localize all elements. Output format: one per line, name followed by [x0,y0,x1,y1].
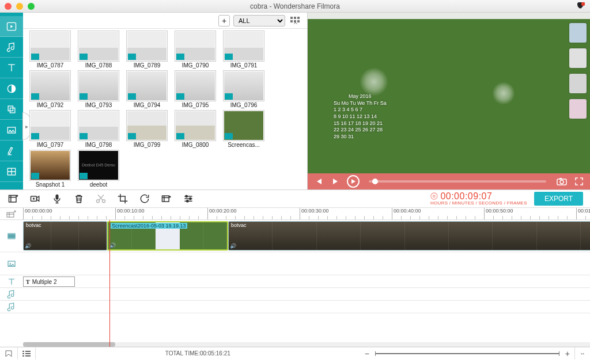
zoom-slider[interactable]: − + [360,349,574,358]
media-thumbnail[interactable]: Deebot D45 Demodeebot [75,150,122,188]
thumbnail-label: Screencas... [228,142,260,148]
thumbnail-label: IMG_0787 [37,62,64,69]
library-expander[interactable]: ▸ [22,112,31,140]
split-button[interactable] [94,192,107,205]
timeline-clip[interactable]: botvac 🔊 [228,221,590,251]
list-view-button[interactable] [18,347,36,359]
sidebar-highlight[interactable] [0,141,23,161]
media-thumbnail[interactable]: IMG_0790 [172,31,219,69]
thumbnail-label: IMG_0789 [134,62,161,69]
sidebar-split-screen[interactable] [0,161,23,182]
delete-button[interactable] [73,192,85,205]
thumbnail-label: deebot [90,181,108,188]
media-thumbnail[interactable]: IMG_0800 [172,111,219,148]
timeline-clip[interactable]: botvac 🔊 [23,221,107,251]
svg-rect-4 [8,106,13,111]
timecode-label: HOURS / MINUTES / SECONDS / FRAMES [430,201,527,206]
fit-zoom-button[interactable]: ↔ [574,347,590,359]
timeline-h-scrollbar[interactable] [23,342,590,347]
svg-rect-12 [290,20,293,22]
media-thumbnail[interactable]: Snapshot 1 [27,150,74,188]
svg-rect-5 [10,108,15,112]
library-filter-select[interactable]: ALL [233,15,285,26]
thumbnail-label: IMG_0796 [230,102,258,108]
media-thumbnail[interactable]: IMG_0797 [27,111,74,148]
media-thumbnail[interactable]: Screencas... [220,111,267,148]
window-zoom-button[interactable] [28,3,35,10]
text-track[interactable]: TMultiple 2 [0,275,590,288]
media-thumbnail[interactable]: IMG_0791 [220,31,267,69]
snapshot-button[interactable] [555,175,568,188]
svg-point-26 [186,195,187,197]
svg-marker-2 [10,25,13,28]
voiceover-button[interactable] [51,192,63,205]
play-button[interactable] [347,175,360,188]
audio-icon: 🔊 [109,242,116,248]
add-track-button[interactable] [0,208,23,219]
thumbnail-label: IMG_0798 [85,142,112,148]
media-thumbnail[interactable]: IMG_0794 [123,71,171,108]
overlay-track-icon [0,252,23,275]
svg-rect-39 [25,353,31,354]
media-thumbnail[interactable]: IMG_0788 [75,31,122,69]
video-track-icon [0,220,23,252]
music-track-icon [0,288,23,300]
media-thumbnail[interactable]: IMG_0796 [220,71,267,108]
overlay-track[interactable] [0,252,590,275]
media-thumbnail[interactable]: IMG_0795 [172,71,219,108]
crop-button[interactable] [116,192,129,205]
notification-icon[interactable] [576,2,585,11]
sidebar-filters[interactable] [0,78,23,99]
add-media-button[interactable] [7,192,20,205]
window-title: cobra - Wondershare Filmora [0,2,590,10]
window-minimize-button[interactable] [16,3,23,10]
fullscreen-button[interactable] [573,175,585,188]
timeline-ruler[interactable]: 00:00:00:0000:00:10:0000:00:20:0000:00:3… [23,208,590,219]
svg-point-34 [10,263,11,264]
calendar-title: May 2016 [334,93,387,100]
sidebar-elements[interactable] [0,120,23,141]
next-frame-button[interactable] [330,175,342,188]
title-clip[interactable]: TMultiple 2 [23,276,75,287]
music-track-1[interactable] [0,288,590,301]
window-titlebar: cobra - Wondershare Filmora [0,0,590,13]
adjust-button[interactable] [182,192,195,205]
seek-bar[interactable] [369,180,546,183]
media-thumbnail[interactable]: IMG_0789 [123,31,171,69]
media-thumbnail[interactable]: IMG_0798 [75,111,122,148]
media-thumbnail[interactable]: IMG_0793 [75,71,122,108]
playhead[interactable] [109,220,110,347]
prev-frame-button[interactable] [312,175,325,188]
grid-view-icon[interactable] [289,15,302,26]
media-thumbnail[interactable]: IMG_0792 [27,71,74,108]
text-track-icon [0,275,23,287]
svg-rect-18 [559,178,562,180]
timeline-clip-selected[interactable]: Screencast2016-05-03 19.19.13 🔊 [107,221,228,251]
import-button[interactable]: + [218,15,230,26]
sidebar-music[interactable] [0,37,23,58]
timecode-display: ⦾00:00:09:07 [430,192,527,201]
thumbnail-label: IMG_0799 [134,142,161,148]
video-track[interactable]: botvac 🔊 Screencast2016-05-03 19.19.13 🔊… [0,220,590,252]
svg-rect-38 [25,351,31,352]
sidebar-media[interactable] [0,16,23,37]
preview-viewport[interactable]: May 2016 Su Mo Tu We Th Fr Sa 1 2 3 4 5 … [308,13,590,173]
rotate-button[interactable] [138,192,151,205]
speed-button[interactable] [160,192,173,205]
svg-rect-19 [9,195,17,202]
music-track-2[interactable] [0,301,590,313]
window-close-button[interactable] [5,3,12,10]
export-button[interactable]: EXPORT [534,192,583,206]
thumbnail-label: IMG_0795 [182,102,209,108]
marker-view-button[interactable] [0,347,18,359]
audio-icon: 🔊 [230,243,236,249]
sidebar-text[interactable] [0,58,23,78]
record-button[interactable] [29,192,41,205]
media-thumbnail[interactable]: IMG_0799 [123,111,171,148]
thumbnail-label: IMG_0793 [85,102,112,108]
svg-rect-40 [25,355,31,357]
thumbnail-label: IMG_0794 [134,102,161,108]
sidebar-overlays[interactable] [0,99,23,120]
media-thumbnail[interactable]: IMG_0787 [27,31,74,69]
total-time-display: TOTAL TIME:00:05:16:21 [165,350,230,357]
